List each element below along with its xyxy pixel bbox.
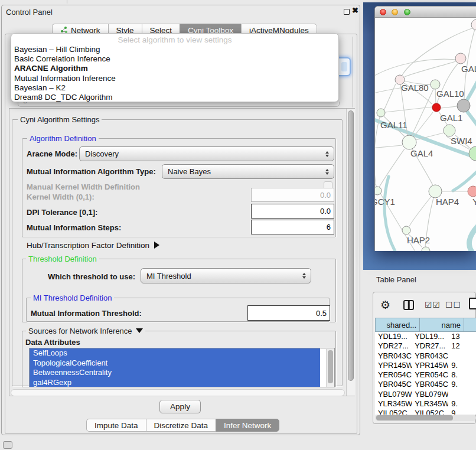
scrollbar-thumb[interactable]	[376, 415, 453, 420]
mi-steps-input[interactable]	[251, 220, 334, 234]
tab-impute-data[interactable]: Impute Data	[86, 419, 146, 432]
spinner-arrows-icon[interactable]	[300, 273, 308, 279]
table-row[interactable]: YPR145WYPR145W9.	[375, 361, 476, 370]
dpi-tolerance-input[interactable]	[251, 204, 334, 219]
dropdown-item-bayesian-k2[interactable]: Bayesian – K2	[11, 83, 338, 93]
tab-label: Infer Network	[224, 421, 271, 430]
hub-definition-expander[interactable]: Hub/Transcription Factor Definition	[27, 241, 159, 250]
network-canvas[interactable]: GALGAL80GAL10GAL1GAL11SWI4GAL4GCY1HAP4YH…	[375, 18, 476, 251]
table-cell: YBL079W	[375, 390, 412, 399]
kernel-width-input[interactable]	[251, 188, 334, 202]
aracne-mode-label: Aracne Mode:	[27, 149, 77, 158]
deselect-all-icon[interactable]: ☐☐	[445, 300, 461, 309]
attribute-item-gal4rgexp[interactable]: gal4RGexp	[30, 378, 320, 388]
mi-threshold-legend: MI Threshold Definition	[31, 294, 114, 302]
attribute-item-selfloops[interactable]: SelfLoops	[30, 348, 320, 358]
node-GAL10[interactable]	[431, 80, 440, 89]
spinner-arrows-icon[interactable]	[323, 169, 331, 175]
node-GAL11[interactable]	[377, 109, 385, 117]
minimize-window-icon[interactable]	[392, 9, 398, 15]
attribute-item-topologicalcoefficient[interactable]: TopologicalCoefficient	[30, 358, 320, 369]
dropdown-item-dream8-dc-tdc-algorithm[interactable]: Dream8 DC_TDC Algorithm	[11, 93, 338, 102]
table-cell: YBR043C	[375, 351, 412, 361]
mi-threshold-input[interactable]	[247, 305, 330, 321]
columns-icon[interactable]	[403, 300, 414, 310]
tab-label: Discretize Data	[154, 421, 208, 430]
minimized-panel-icon[interactable]	[3, 441, 12, 449]
select-all-icon[interactable]: ☑☑	[425, 300, 441, 309]
table-cell: YLR345W	[412, 399, 448, 409]
table-cell: YER054C	[412, 370, 448, 380]
sources-legend[interactable]: Sources for Network Inference	[26, 327, 145, 335]
network-window-titlebar[interactable]	[375, 6, 476, 18]
table-cell: YDR27...	[375, 341, 412, 351]
tab-label: Impute Data	[94, 421, 138, 430]
apply-button[interactable]: Apply	[159, 400, 201, 413]
dpi-tolerance-label: DPI Tolerance [0,1]:	[27, 208, 97, 217]
node-label-gal80: GAL80	[401, 83, 429, 93]
zoom-window-icon[interactable]	[404, 9, 410, 15]
tab-infer-network[interactable]: Infer Network	[216, 419, 279, 432]
toolbar-divider-fragment	[67, 0, 67, 4]
spinner-arrows-icon[interactable]	[323, 151, 331, 157]
table-cell	[448, 390, 476, 399]
threshold-definition-legend: Threshold Definition	[26, 255, 99, 263]
close-window-icon[interactable]	[380, 9, 386, 15]
table-cell: YBR045C	[375, 380, 412, 389]
float-panel-icon[interactable]	[344, 9, 350, 15]
table-cell: YDL19...	[412, 332, 448, 341]
node-label-y: Y	[472, 197, 476, 207]
close-panel-icon[interactable]: ✖	[352, 6, 358, 15]
table-row[interactable]: YIL052CYIL052C9	[375, 409, 476, 415]
node-pink-top[interactable]	[455, 53, 466, 64]
node-label-hap4: HAP4	[436, 197, 459, 207]
dropdown-item-mutual-information-inference[interactable]: Mutual Information Inference	[11, 74, 338, 83]
mi-type-combobox[interactable]: Naive Bayes	[162, 164, 334, 179]
tab-discretize-data[interactable]: Discretize Data	[146, 419, 216, 432]
table-row[interactable]: YBR043CYBR043C	[375, 351, 476, 361]
network-edge-highlighted	[470, 225, 476, 251]
node-GCY1[interactable]	[375, 187, 382, 195]
mi-threshold-label: Mutual Information Threshold:	[31, 309, 142, 318]
attribute-item-betweennesscentrality[interactable]: BetweennessCentrality	[30, 368, 320, 378]
data-attributes-list[interactable]: SelfLoopsTopologicalCoefficientBetweenne…	[29, 348, 335, 387]
data-attributes-label: Data Attributes	[25, 338, 80, 347]
table-row[interactable]: YDR27...YDR27...12	[375, 341, 476, 351]
table-cell: 9.	[448, 399, 476, 409]
table-row[interactable]: YER054CYER054C8.	[375, 370, 476, 380]
node-bottom-cut[interactable]	[422, 247, 430, 251]
node-selected-red[interactable]	[432, 103, 441, 112]
dropdown-item-basic-correlation-inference[interactable]: Basic Correlation Inference	[11, 54, 338, 64]
column-header-name[interactable]: name	[419, 318, 464, 332]
settings-horizontal-scrollbar[interactable]	[11, 389, 345, 396]
scrollbar-thumb[interactable]	[348, 110, 354, 381]
node-GAL4[interactable]	[402, 135, 416, 149]
network-view-window[interactable]: GALGAL80GAL10GAL1GAL11SWI4GAL4GCY1HAP4YH…	[374, 6, 476, 251]
dropdown-item-bayesian-hill-climbing[interactable]: Bayesian – Hill Climbing	[11, 45, 338, 54]
gear-icon[interactable]: ⚙	[380, 298, 390, 312]
aracne-mode-combobox[interactable]: Discovery	[79, 146, 334, 161]
network-edge	[385, 107, 432, 112]
node-gray[interactable]	[457, 99, 470, 112]
node-HAP2[interactable]	[402, 226, 410, 234]
table-row[interactable]: YBR045CYBR045C9.	[375, 380, 476, 389]
table-cell: YBR045C	[412, 380, 448, 389]
table-cell: YBR043C	[412, 351, 448, 361]
table-cell: 8.	[448, 370, 476, 380]
mi-type-value: Naive Bayes	[168, 167, 323, 176]
dropdown-item-aracne-algorithm[interactable]: ARACNE Algorithm	[11, 64, 338, 73]
table-cell: YPR145W	[375, 361, 412, 370]
settings-vertical-scrollbar[interactable]	[346, 109, 355, 396]
document-icon[interactable]	[469, 298, 476, 309]
which-threshold-combobox[interactable]: MI Threshold	[141, 268, 311, 283]
node-pink-right[interactable]	[468, 186, 476, 197]
node-HAP4[interactable]	[429, 185, 442, 198]
table-row[interactable]: YLR345WYLR345W9.	[375, 399, 476, 409]
table-horizontal-scrollbar[interactable]	[375, 415, 476, 421]
node-GAL1[interactable]	[444, 125, 455, 136]
column-header-shared[interactable]: shared...	[375, 318, 419, 332]
table-row[interactable]: YDL19...YDL19...13	[375, 332, 476, 341]
table-row[interactable]: YBL079WYBL079W	[375, 390, 476, 399]
column-header-a[interactable]: A	[464, 318, 476, 332]
attributes-list-scrollbar[interactable]	[326, 349, 334, 387]
